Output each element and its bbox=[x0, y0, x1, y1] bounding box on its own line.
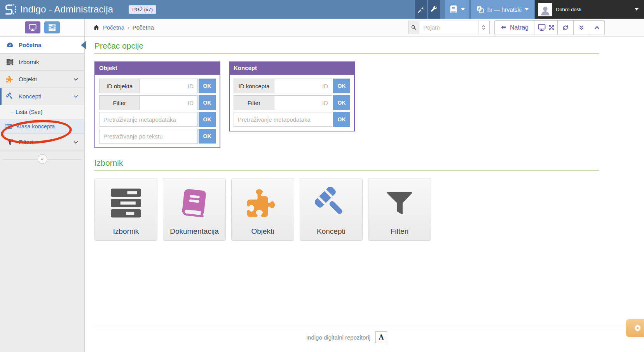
footer-divider bbox=[94, 326, 626, 327]
tools-button[interactable] bbox=[428, 0, 440, 19]
sidebar-collapse-button[interactable]: « bbox=[37, 154, 47, 164]
search-box bbox=[408, 21, 490, 34]
sidebar-item-label: Filteri bbox=[19, 139, 33, 145]
gavel-icon bbox=[315, 179, 347, 227]
home-icon[interactable] bbox=[93, 24, 100, 31]
sidebar-item-koncepti[interactable]: Koncepti bbox=[0, 88, 84, 105]
panel-title: Objekt bbox=[94, 61, 220, 75]
fullscreen-button[interactable] bbox=[534, 20, 558, 35]
list-view-button[interactable] bbox=[44, 21, 60, 33]
objekt-text-search-row: OK bbox=[99, 129, 216, 144]
font-size-button[interactable]: A bbox=[375, 331, 387, 343]
puzzle-icon bbox=[247, 179, 278, 227]
tile-label: Filteri bbox=[391, 227, 408, 236]
documentation-menu-button[interactable] bbox=[445, 0, 469, 19]
id-objekta-row: ID objekta OK bbox=[99, 79, 216, 93]
avatar bbox=[538, 3, 552, 16]
version-badge: PGŽ (v7) bbox=[129, 5, 156, 14]
magic-wand-button[interactable] bbox=[415, 0, 427, 19]
ok-button[interactable]: OK bbox=[199, 112, 216, 127]
desktop-view-button[interactable] bbox=[25, 21, 40, 33]
wrench-icon bbox=[430, 6, 438, 13]
ok-button[interactable]: OK bbox=[333, 112, 350, 127]
sidebar-item-izbornik[interactable]: Izbornik bbox=[0, 54, 84, 71]
refresh-button[interactable] bbox=[557, 20, 574, 35]
id-koncepta-input[interactable] bbox=[274, 79, 332, 93]
settings-gear-button[interactable] bbox=[626, 319, 644, 337]
refresh-icon bbox=[562, 24, 569, 31]
ok-button[interactable]: OK bbox=[333, 79, 350, 93]
breadcrumb-current: Početna bbox=[133, 24, 154, 31]
search-icon bbox=[408, 21, 419, 34]
scroll-top-button[interactable] bbox=[589, 20, 605, 35]
breadcrumb-separator: › bbox=[127, 25, 129, 31]
sidebar-item-objekti[interactable]: Objekti bbox=[0, 71, 84, 88]
language-menu-button[interactable]: hr — hrvatski bbox=[471, 0, 534, 19]
sidebar-submenu: Lista (Sve) Klasa koncepta bbox=[0, 105, 84, 134]
objekt-metadata-search-row: OK bbox=[99, 112, 216, 127]
ok-button[interactable]: OK bbox=[199, 79, 216, 93]
expand-all-button[interactable] bbox=[573, 20, 589, 35]
koncept-filter-input[interactable] bbox=[274, 95, 332, 110]
sidebar-item-filteri[interactable]: Filteri bbox=[0, 134, 84, 151]
breadcrumb: Početna › Početna bbox=[85, 24, 154, 31]
user-menu-button[interactable]: Dobro došli bbox=[535, 0, 644, 19]
ok-button[interactable]: OK bbox=[333, 95, 350, 110]
tile-izbornik[interactable]: Izbornik bbox=[94, 179, 157, 241]
list-icon bbox=[109, 179, 143, 227]
koncept-metadata-search-row: OK bbox=[234, 112, 350, 127]
id-koncepta-row: ID koncepta OK bbox=[234, 79, 350, 93]
koncept-metadata-search-input[interactable] bbox=[234, 112, 332, 127]
funnel-icon bbox=[385, 179, 414, 227]
objekt-metadata-search-input[interactable] bbox=[99, 112, 198, 127]
shortcut-panels: Objekt ID objekta OK Filter OK OK bbox=[94, 61, 635, 148]
language-label: hr — hrvatski bbox=[487, 6, 522, 13]
arrow-left-icon bbox=[500, 24, 507, 31]
objekt-filter-row: Filter OK bbox=[99, 95, 216, 110]
id-objekta-input[interactable] bbox=[140, 79, 198, 93]
tile-filteri[interactable]: Filteri bbox=[368, 179, 431, 241]
field-label: Filter bbox=[234, 95, 274, 110]
app-header: Indigo - Administracija PGŽ (v7) hr — hr… bbox=[0, 0, 644, 19]
ok-button[interactable]: OK bbox=[199, 129, 216, 144]
search-input[interactable] bbox=[419, 21, 478, 34]
tile-koncepti[interactable]: Koncepti bbox=[300, 179, 363, 241]
monitor-icon bbox=[538, 24, 546, 31]
magic-wand-icon bbox=[417, 6, 424, 13]
sidebar-item-lista-sve[interactable]: Lista (Sve) bbox=[0, 105, 84, 119]
ok-button[interactable]: OK bbox=[199, 95, 216, 110]
sidebar-item-label: Početna bbox=[19, 42, 41, 48]
list-dots-icon bbox=[5, 124, 12, 129]
monitor-icon bbox=[29, 24, 37, 31]
chevron-down-icon bbox=[461, 8, 465, 11]
sidebar-toggle-bar bbox=[0, 19, 85, 37]
gavel-icon bbox=[6, 93, 14, 100]
objekt-filter-input[interactable] bbox=[140, 95, 198, 110]
koncept-filter-row: Filter OK bbox=[234, 95, 350, 110]
objekt-text-search-input[interactable] bbox=[99, 129, 198, 144]
back-button[interactable]: Natrag bbox=[494, 20, 534, 35]
dashboard-icon bbox=[6, 41, 14, 49]
tile-dokumentacija[interactable]: Dokumentacija bbox=[163, 179, 226, 241]
field-label: ID objekta bbox=[99, 79, 140, 93]
app-logo-icon[interactable] bbox=[0, 0, 20, 19]
sidebar-subitem-label: Lista (Sve) bbox=[16, 109, 42, 115]
menu-heading: Izbornik bbox=[94, 158, 599, 171]
sidebar: Početna Izbornik Objekti Koncepti Lista … bbox=[0, 37, 85, 352]
tile-label: Koncepti bbox=[317, 227, 346, 236]
search-scope-stepper[interactable] bbox=[478, 21, 490, 34]
sidebar-item-label: Objekti bbox=[19, 76, 37, 82]
puzzle-icon bbox=[6, 75, 14, 83]
chevron-down-icon bbox=[525, 8, 529, 11]
koncept-panel: Koncept ID koncepta OK Filter OK OK bbox=[229, 61, 355, 148]
chevron-down-icon bbox=[635, 8, 639, 11]
sidebar-item-pocetna[interactable]: Početna bbox=[0, 37, 84, 54]
tile-objekti[interactable]: Objekti bbox=[231, 179, 294, 241]
chevron-down-icon bbox=[73, 140, 79, 145]
sidebar-item-label: Izbornik bbox=[19, 59, 39, 65]
breadcrumb-home-link[interactable]: Početna bbox=[103, 24, 124, 31]
tile-label: Objekti bbox=[251, 227, 274, 236]
main-content: Prečac opcije Objekt ID objekta OK Filte… bbox=[85, 37, 644, 352]
sidebar-item-klasa-koncepta[interactable]: Klasa koncepta bbox=[0, 119, 84, 134]
list-icon bbox=[48, 24, 56, 31]
